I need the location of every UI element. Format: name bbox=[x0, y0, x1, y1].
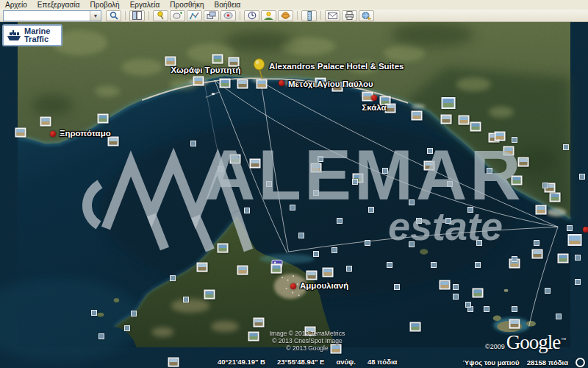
copyright-line: © 2013 Cnes/Spot Image bbox=[248, 337, 366, 344]
image-overlay-icon bbox=[207, 11, 216, 20]
map-viewport[interactable] bbox=[0, 22, 588, 368]
ruler-icon bbox=[305, 11, 314, 21]
satellite-map bbox=[0, 22, 588, 368]
google-logo: ©2009 Google™ bbox=[485, 331, 565, 354]
polygon-icon bbox=[173, 11, 182, 20]
menu-add[interactable]: Προσθήκη bbox=[165, 1, 209, 9]
print-icon bbox=[345, 11, 354, 20]
google-logo-year: ©2009 bbox=[485, 343, 505, 350]
menu-edit[interactable]: Επεξεργασία bbox=[32, 1, 85, 9]
planet-icon bbox=[281, 11, 290, 20]
latitude-value: 40°21'49.19" Β bbox=[218, 358, 265, 366]
sun-icon bbox=[264, 11, 273, 20]
marine-traffic-logo: Marine Traffic bbox=[2, 24, 62, 46]
sidebar-icon bbox=[132, 11, 142, 20]
search-icon bbox=[110, 11, 118, 20]
eye-altitude-label: Ύψος του ματιού bbox=[462, 358, 519, 367]
view-in-maps-button[interactable] bbox=[359, 10, 374, 21]
print-button[interactable] bbox=[342, 10, 357, 21]
email-icon bbox=[328, 12, 337, 20]
map-copyright: Image © 2013 TerraMetrics © 2013 Cnes/Sp… bbox=[248, 330, 366, 352]
add-image-overlay-button[interactable] bbox=[204, 10, 219, 21]
chevron-down-icon[interactable]: ▼ bbox=[90, 11, 101, 21]
path-icon bbox=[190, 11, 199, 20]
email-button[interactable] bbox=[325, 10, 340, 21]
add-polygon-button[interactable] bbox=[170, 10, 185, 21]
pushpin-icon bbox=[157, 11, 165, 20]
switch-planet-button[interactable] bbox=[278, 10, 293, 21]
clock-icon bbox=[248, 11, 257, 20]
menu-file[interactable]: Αρχείο bbox=[0, 1, 32, 9]
search-combobox[interactable]: ▼ bbox=[3, 10, 101, 21]
add-placemark-button[interactable] bbox=[153, 10, 168, 21]
statusbar-coordinates: 40°21'49.19" Β 23°55'48.94" Ε ανύψ. 48 π… bbox=[218, 358, 397, 366]
longitude-value: 23°55'48.94" Ε bbox=[277, 358, 324, 366]
copyright-line: Image © 2013 TerraMetrics bbox=[248, 330, 366, 337]
maps-globe-icon bbox=[362, 11, 371, 20]
menu-help[interactable]: Βοήθεια bbox=[209, 1, 246, 9]
statusbar-eye-altitude: Ύψος του ματιού 28158 πόδια bbox=[462, 358, 585, 367]
search-input[interactable] bbox=[4, 11, 90, 21]
historical-imagery-button[interactable] bbox=[244, 10, 259, 21]
elevation-label: ανύψ. bbox=[336, 358, 355, 366]
copyright-line: © 2013 Google bbox=[248, 344, 366, 352]
eye-altitude-value: 28158 πόδια bbox=[527, 358, 568, 367]
marine-traffic-line2: Traffic bbox=[24, 35, 50, 43]
ship-icon bbox=[6, 29, 22, 42]
search-button[interactable] bbox=[106, 10, 121, 21]
ruler-button[interactable] bbox=[301, 10, 317, 21]
add-path-button[interactable] bbox=[187, 10, 202, 21]
google-earth-window: Αρχείο Επεξεργασία Προβολή Εργαλεία Προσ… bbox=[0, 0, 588, 368]
menu-view[interactable]: Προβολή bbox=[85, 1, 124, 9]
sunlight-button[interactable] bbox=[261, 10, 276, 21]
record-tour-button[interactable] bbox=[220, 10, 236, 21]
menu-bar: Αρχείο Επεξεργασία Προβολή Εργαλεία Προσ… bbox=[0, 0, 588, 10]
show-sidebar-button[interactable] bbox=[129, 10, 145, 21]
menu-tools[interactable]: Εργαλεία bbox=[125, 1, 165, 9]
record-tour-icon bbox=[223, 11, 233, 20]
google-logo-text: Google™ bbox=[506, 331, 565, 354]
streaming-indicator-icon bbox=[576, 358, 585, 367]
elevation-value: 48 πόδια bbox=[368, 358, 398, 366]
toolbar: ▼ bbox=[0, 10, 588, 22]
